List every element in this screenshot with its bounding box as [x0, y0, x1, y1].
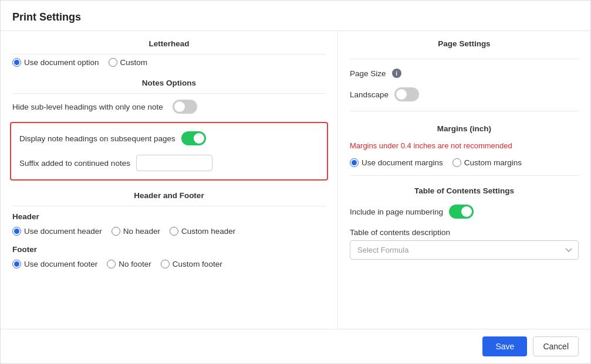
- page-size-info-icon[interactable]: i: [392, 69, 401, 78]
- margins-opt2-radio[interactable]: [452, 158, 461, 167]
- include-numbering-label: Include in page numbering: [350, 207, 443, 216]
- suffix-input[interactable]: [136, 155, 212, 171]
- page-size-row: Page Size i: [350, 64, 579, 83]
- margins-section-header: Margins (inch): [350, 116, 579, 139]
- header-opt3-radio[interactable]: [170, 227, 178, 236]
- highlighted-options-box: Display note headings on subsequent page…: [10, 122, 328, 181]
- notes-options-section-header: Notes Options: [1, 70, 337, 93]
- footer-opt2-label[interactable]: No footer: [107, 260, 151, 268]
- display-note-headings-row: Display note headings on subsequent page…: [17, 127, 321, 150]
- margins-radio-group: Use document margins Custom margins: [350, 155, 579, 171]
- footer-opt1-label[interactable]: Use document footer: [12, 260, 97, 268]
- letterhead-section-header: Letterhead: [1, 31, 337, 54]
- letterhead-option2-label[interactable]: Custom: [109, 58, 148, 67]
- margins-opt2-label[interactable]: Custom margins: [452, 158, 522, 167]
- landscape-toggle[interactable]: [394, 87, 419, 101]
- header-radio-group: Use document header No header Custom hea…: [1, 223, 337, 239]
- letterhead-option2-radio[interactable]: [109, 58, 117, 67]
- letterhead-option1-radio[interactable]: [12, 58, 21, 67]
- display-note-headings-toggle[interactable]: [181, 131, 206, 145]
- cancel-button[interactable]: Cancel: [533, 336, 579, 356]
- margins-opt1-label[interactable]: Use document margins: [350, 158, 443, 167]
- header-sub-label: Header: [1, 206, 337, 223]
- landscape-label: Landscape: [350, 90, 389, 99]
- include-numbering-toggle[interactable]: [449, 205, 474, 219]
- hide-sublevel-label: Hide sub-level headings with only one no…: [12, 103, 163, 111]
- suffix-row: Suffix added to continued notes: [17, 150, 321, 176]
- header-opt2-label[interactable]: No header: [112, 227, 160, 236]
- toc-formula-select[interactable]: Select Formula: [350, 240, 579, 260]
- page-size-label: Page Size: [350, 69, 386, 78]
- landscape-row: Landscape: [350, 83, 579, 106]
- footer-opt3-radio[interactable]: [161, 260, 170, 268]
- page-title: Print Settings: [12, 11, 81, 23]
- footer-radio-group: Use document footer No footer Custom foo…: [1, 256, 337, 272]
- footer-buttons: Save Cancel: [1, 329, 590, 363]
- letterhead-option1-label[interactable]: Use document option: [12, 58, 99, 67]
- header-opt3-label[interactable]: Custom header: [170, 227, 235, 236]
- margins-opt1-radio[interactable]: [350, 158, 359, 167]
- save-button[interactable]: Save: [482, 336, 527, 356]
- hf-section-header: Header and Footer: [1, 183, 337, 206]
- suffix-label: Suffix added to continued notes: [19, 159, 130, 168]
- hide-sublevel-toggle[interactable]: [173, 100, 197, 114]
- include-numbering-row: Include in page numbering: [350, 200, 579, 223]
- page-settings-header: Page Settings: [350, 31, 579, 54]
- toc-section-header: Table of Contents Settings: [350, 181, 579, 200]
- footer-opt1-radio[interactable]: [12, 260, 21, 268]
- footer-opt2-radio[interactable]: [107, 260, 116, 268]
- header-opt2-radio[interactable]: [112, 227, 120, 236]
- toc-desc-label: Table of contents description: [350, 228, 579, 237]
- display-note-headings-label: Display note headings on subsequent page…: [19, 134, 175, 143]
- margins-warning: Margins under 0.4 inches are not recomme…: [350, 139, 579, 152]
- header-opt1-label[interactable]: Use document header: [12, 227, 102, 236]
- footer-sub-label: Footer: [1, 239, 337, 256]
- footer-opt3-label[interactable]: Custom footer: [161, 260, 222, 268]
- header-opt1-radio[interactable]: [12, 227, 21, 236]
